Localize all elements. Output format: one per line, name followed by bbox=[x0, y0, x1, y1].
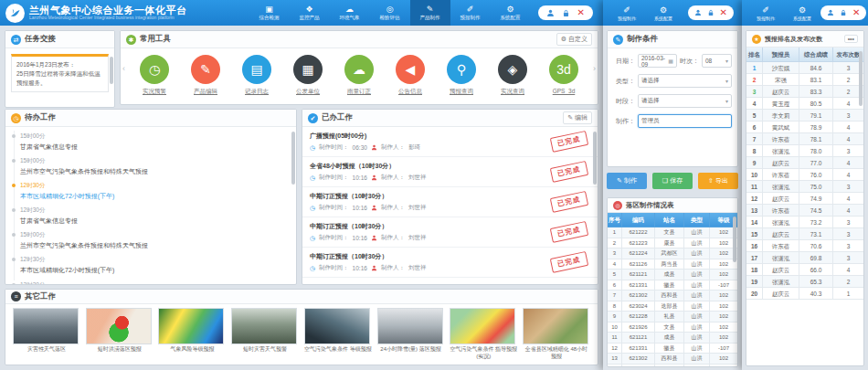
maker-value: 刘世祥 bbox=[408, 264, 427, 272]
make-time-value: 06:30 bbox=[353, 144, 367, 151]
todo-item[interactable]: 12时30分 甘肃省气象信息专报 bbox=[20, 206, 287, 225]
done-item[interactable]: 广播预报(05时00分) ◷ 制作时间：06:30 制作人：影琦 已完成 bbox=[302, 127, 598, 157]
tool-shortcut[interactable]: ▤ 记录日志 bbox=[234, 55, 280, 96]
scrollbar[interactable] bbox=[110, 57, 113, 84]
lock-icon[interactable] bbox=[562, 9, 570, 17]
cell-code: 621224 bbox=[622, 248, 655, 259]
done-item[interactable]: 中期订正预报（10时30分） ◷ 制作时间：10:16 制作人：刘世祥 已完成 bbox=[302, 248, 598, 278]
cell-score: 69.8 bbox=[799, 252, 833, 264]
tool-shortcut[interactable]: ✎ 产品编辑 bbox=[183, 55, 228, 96]
table-row: 7 许东蓓 78.1 4 bbox=[746, 133, 863, 145]
todo-item[interactable]: 12时30分 bbox=[20, 281, 287, 284]
cell-station: 成县 bbox=[655, 270, 684, 280]
more-menu-button[interactable]: ••• bbox=[844, 35, 858, 43]
user-icon[interactable] bbox=[546, 9, 555, 17]
scrollbar[interactable] bbox=[593, 132, 597, 185]
cell-rank: 11 bbox=[746, 181, 763, 193]
nav-item[interactable]: ✐ 预报制作 bbox=[747, 0, 784, 26]
tool-shortcut[interactable]: ☁ 雨量订正 bbox=[336, 55, 382, 96]
cell-score: 78.0 bbox=[799, 145, 833, 157]
cell-score: 76.0 bbox=[799, 169, 833, 181]
nav-item[interactable]: ✎ 产品制作 bbox=[410, 0, 450, 26]
bullet-icon bbox=[12, 283, 16, 284]
tool-shortcut[interactable]: 3d GPS_3d bbox=[541, 55, 587, 94]
nav-item[interactable]: ⚙ 系统配置 bbox=[491, 0, 531, 26]
nav-item[interactable]: ◎ 检验评估 bbox=[370, 0, 410, 26]
scroll-left-icon[interactable]: ‹ bbox=[122, 64, 125, 73]
handover-notice[interactable]: 2016年1月23日发布： 25日降雪过程将带来降温和低温预报服务。 bbox=[11, 54, 109, 92]
chevron-down-icon: ▾ bbox=[725, 58, 728, 64]
tool-shortcut[interactable]: ◷ 实况预警 bbox=[132, 55, 177, 96]
user-icon[interactable] bbox=[827, 9, 834, 16]
todo-item[interactable]: 15时00分 甘肃省气象信息专报 bbox=[20, 132, 287, 151]
done-item[interactable]: 全省48小时预报（10时30分） ◷ 制作时间：10:16 制作人：刘世祥 已完… bbox=[302, 157, 598, 187]
cell-score: 83.3 bbox=[799, 86, 833, 98]
hour-select[interactable]: 08 ▾ bbox=[702, 54, 732, 68]
done-item[interactable]: 中期订正预报（10时30分） ◷ 制作时间：10:16 制作人：刘世祥 已完成 bbox=[302, 217, 598, 248]
task-handover-panel: ⇄ 任务交接 2016年1月23日发布： 25日降雪过程将带来降温和低温预报服务… bbox=[5, 30, 115, 108]
nav-item-icon: ❖ bbox=[306, 5, 313, 14]
nav-item[interactable]: ✐ 预报制作 bbox=[450, 0, 491, 26]
todo-item[interactable]: 15时00分 兰州市空气污染气象条件预报和特殊天气预报 bbox=[20, 157, 287, 175]
button-icon: ✎ bbox=[617, 177, 622, 185]
scrollbar[interactable] bbox=[859, 51, 863, 106]
cell-forecaster: 许东蓓 bbox=[763, 169, 799, 181]
person-icon bbox=[371, 174, 377, 182]
tool-shortcut[interactable]: ◈ 实况查询 bbox=[490, 55, 535, 96]
work-thumbnail[interactable]: 短时洪涝落区预报 bbox=[86, 308, 153, 360]
type-select[interactable]: 请选择 ▾ bbox=[638, 74, 732, 88]
lock-icon[interactable] bbox=[707, 9, 715, 16]
cell-station: 康县 bbox=[655, 238, 684, 249]
nav-item-icon: ✎ bbox=[427, 5, 434, 14]
scroll-right-icon[interactable]: › bbox=[593, 64, 596, 73]
done-item[interactable]: 中期订正预报（10时30分） ◷ 制作时间：10:16 制作人：刘世祥 已完成 bbox=[302, 187, 598, 217]
todo-time: 15时00分 bbox=[20, 231, 287, 239]
tool-shortcut[interactable]: ◀ 公告信息 bbox=[387, 55, 433, 96]
todo-item[interactable]: 12时30分 本市区域精细化72小时预报(下午) bbox=[20, 182, 287, 200]
cell-score: 78.9 bbox=[799, 122, 833, 133]
close-icon[interactable]: ✕ bbox=[577, 8, 585, 17]
work-thumbnail[interactable]: 气象风险等级预报 bbox=[158, 308, 226, 360]
nav-item[interactable]: ☁ 环境气象 bbox=[330, 0, 370, 26]
action-button[interactable]: ❏ 保存 bbox=[652, 173, 693, 189]
work-thumbnail[interactable]: 空气污染气象条件 指导预报(实况) bbox=[450, 308, 517, 360]
action-button[interactable]: ⇧ 导出 bbox=[698, 173, 738, 189]
maker-input[interactable]: 管理员 bbox=[638, 114, 732, 128]
nav-item[interactable]: ⚙ 系统配置 bbox=[645, 0, 682, 26]
thumbnail-image bbox=[377, 308, 443, 344]
tool-shortcut[interactable]: ▦ 公发单位 bbox=[285, 55, 331, 96]
period-value: 请选择 bbox=[641, 97, 660, 105]
nav-item[interactable]: ▣ 综合检测 bbox=[249, 0, 290, 26]
tool-icon: ☁ bbox=[344, 55, 374, 84]
nav-item-icon: ⚙ bbox=[507, 5, 514, 14]
make-time-label: 制作时间： bbox=[319, 174, 349, 182]
work-thumbnail[interactable]: 全省县区域精细化 48小时预报 bbox=[523, 308, 590, 360]
todo-item[interactable]: 15时00分 兰州市空气污染气象条件预报和特殊天气预报 bbox=[20, 231, 287, 249]
period-select[interactable]: 请选择 ▾ bbox=[638, 94, 732, 108]
user-icon[interactable] bbox=[694, 9, 702, 16]
table-row: 1 621222 文县 山洪 102 bbox=[608, 227, 737, 238]
edit-button[interactable]: ✎ 编辑 bbox=[563, 111, 592, 124]
nav-item[interactable]: ⚙ 系统配置 bbox=[784, 0, 820, 26]
customize-button[interactable]: ⚙ 自定义 bbox=[556, 33, 592, 46]
nav-item-icon: ✐ bbox=[762, 5, 769, 15]
scrollbar[interactable] bbox=[291, 132, 295, 185]
close-icon[interactable]: ✕ bbox=[852, 8, 860, 17]
work-thumbnail[interactable]: 灾害性天气落区 bbox=[13, 308, 80, 360]
action-button[interactable]: ✎ 制作 bbox=[607, 173, 647, 189]
nav-item[interactable]: ❖ 监控产品 bbox=[290, 0, 330, 26]
nav-item[interactable]: ✐ 预报制作 bbox=[609, 0, 645, 26]
thumbnail-image bbox=[523, 308, 588, 344]
tool-shortcut[interactable]: ⚲ 预报查询 bbox=[439, 55, 484, 96]
cell-rank: 2 bbox=[746, 74, 763, 86]
scrollbar[interactable] bbox=[733, 217, 736, 262]
work-thumbnail[interactable]: 24小时降雪(量) 落区预报 bbox=[377, 308, 445, 360]
cell-code: 621331 bbox=[622, 344, 655, 354]
work-thumbnail[interactable]: 短时灾害天气预警 bbox=[231, 308, 299, 360]
close-icon[interactable]: ✕ bbox=[720, 8, 727, 17]
lock-icon[interactable] bbox=[840, 9, 847, 16]
date-input[interactable]: 2016-03-09 ▦ bbox=[638, 54, 677, 68]
work-thumbnail[interactable]: 空气污染气象条件 等级预报 bbox=[304, 308, 372, 360]
todo-item[interactable]: 12时30分 本市区域精细化72小时预报(下午) bbox=[20, 256, 287, 274]
cell-score: 78.1 bbox=[799, 133, 833, 145]
